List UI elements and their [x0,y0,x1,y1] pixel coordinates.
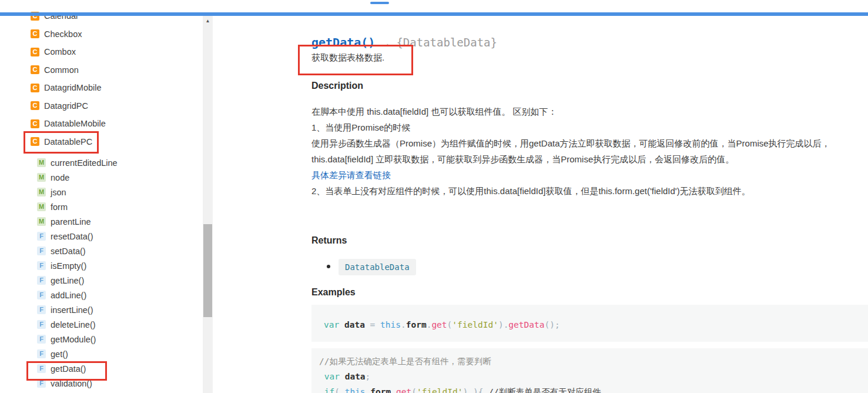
class-badge: C [31,101,39,110]
sidebar-item-datagridmobile[interactable]: CDatagridMobile [31,81,102,95]
class-badge: C [31,137,39,146]
sidebar-item-resetdata[interactable]: FresetData() [37,229,93,244]
sidebar-item-getdata[interactable]: FgetData() [37,361,86,376]
sidebar-item-validation[interactable]: Fvalidation() [37,376,92,391]
sidebar-item-datatablemobile[interactable]: CDatatableMobile [31,116,106,131]
scroll-up-icon[interactable]: ▲ [203,18,213,24]
sidebar-item-label: DatagridPC [44,101,88,111]
sidebar-item-checkbox[interactable]: CCheckbox [31,26,82,41]
sidebar-item-label: getLine() [51,276,84,285]
description-heading: Description [311,81,363,91]
description-line: 2、当表单上没有对应组件的时候，可以使用this.data[fieldId]获取… [311,183,868,199]
function-badge: F [37,247,46,255]
examples-heading: Examples [311,287,356,298]
sidebar-item-get[interactable]: Fget() [37,347,68,361]
class-badge: C [31,119,39,128]
function-badge: F [37,261,46,270]
code-line: //如果无法确定表单上是否有组件，需要判断 [319,354,868,369]
sidebar-item-datagridpc[interactable]: CDatagridPC [31,98,88,113]
description-link[interactable]: 具体差异请查看链接 [311,167,868,183]
sidebar-item-label: getModule() [51,335,96,344]
description-line: 1、当使用Promise的时候 [311,119,868,135]
function-badge: F [37,364,46,373]
code-line: if( this.form.get('fieldId') ){ //判断表单是否… [319,384,868,393]
description-line: 在脚本中使用 this.data[fieldId] 也可以获取组件值。 区别如下… [311,104,868,119]
sidebar-item-node[interactable]: Mnode [37,170,69,185]
return-type-chip: DatatableData [339,259,416,275]
sidebar-list: CCalendarCCheckboxCComboxCCommonCDatagri… [0,0,213,393]
bullet-dot [327,265,330,268]
sidebar-item-label: resetData() [51,232,93,241]
sidebar-item-label: Common [44,65,79,75]
description-lines: 在脚本中使用 this.data[fieldId] 也可以获取组件值。 区别如下… [311,104,868,199]
sidebar-item-label: getData() [51,364,86,374]
sidebar-item-getline[interactable]: FgetLine() [37,273,84,288]
sidebar-item-label: setData() [51,247,86,256]
sidebar-item-label: insertLine() [51,305,93,315]
code-line: var data; [319,369,868,384]
sidebar-item-label: parentLine [51,217,91,227]
sidebar-item-currenteditedline[interactable]: McurrentEditedLine [37,155,118,170]
sidebar-item-label: deleteLine() [51,320,96,329]
function-badge: F [37,305,46,314]
sidebar-item-calendar[interactable]: CCalendar [31,9,79,24]
sidebar-item-label: json [51,188,66,197]
sidebar-item-form[interactable]: Mform [37,199,68,214]
sidebar-item-label: node [51,173,69,182]
function-badge: F [37,335,46,344]
sidebar-item-combox[interactable]: CCombox [31,45,76,59]
example-code-block-1: var data = this.form.get('fieldId').getD… [311,305,868,342]
sidebar-item-parentline[interactable]: MparentLine [37,214,91,229]
returns-heading: Returns [311,235,347,246]
member-badge: M [37,158,46,167]
sidebar-item-label: currentEditedLine [51,158,118,168]
method-summary: 获取数据表格数据. [311,52,384,64]
sidebar-item-label: Checkbox [44,29,82,39]
scrollbar-thumb[interactable] [203,224,212,317]
description-line: this.data[fieldId] 立即获取数据，可能获取到异步函数生成器，当… [311,151,868,167]
sidebar-item-datatablepc[interactable]: CDatatablePC [31,134,92,149]
class-badge: C [31,29,39,38]
function-badge: F [37,320,46,329]
function-badge: F [37,379,46,388]
member-badge: M [37,217,46,226]
sidebar-scrollbar[interactable]: ▲ [203,16,213,393]
sidebar-item-common[interactable]: CCommon [31,62,79,77]
sidebar-item-label: DatatableMobile [44,119,106,128]
function-badge: F [37,291,46,299]
sidebar-item-label: validation() [51,379,92,388]
sidebar-item-json[interactable]: Mjson [37,185,66,199]
sidebar-nav: CCalendarCCheckboxCComboxCCommonCDatagri… [0,0,213,393]
sidebar-item-getmodule[interactable]: FgetModule() [37,332,96,347]
function-badge: F [37,276,46,285]
top-accent-bar [0,12,868,16]
function-badge: F [37,349,46,358]
sidebar-item-label: DatagridMobile [44,83,102,92]
description-line: 使用异步函数生成器（Promise）为组件赋值的时候，用getData方法立即获… [311,135,868,151]
code-line: var data = this.form.get('fieldId').getD… [324,317,868,332]
sidebar-item-label: Combox [44,47,76,56]
sidebar-item-addline[interactable]: FaddLine() [37,288,86,302]
sidebar-item-setdata[interactable]: FsetData() [37,244,86,258]
member-badge: M [37,173,46,182]
sidebar-item-label: DatatablePC [44,137,92,146]
sidebar-item-label: isEmpty() [51,261,86,271]
sidebar-item-isempty[interactable]: FisEmpty() [37,258,86,273]
class-badge: C [31,84,39,92]
sidebar-item-deleteline[interactable]: FdeleteLine() [37,317,96,332]
function-badge: F [37,232,46,241]
sidebar-item-label: addLine() [51,291,86,300]
member-badge: M [37,188,46,196]
example-code-block-2: //如果无法确定表单上是否有组件，需要判断 var data; if( this… [311,348,868,393]
class-badge: C [31,65,39,74]
sidebar-item-label: form [51,202,68,212]
browser-tab-indicator [370,2,389,4]
class-badge: C [31,48,39,56]
sidebar-item-insertline[interactable]: FinsertLine() [37,302,93,317]
member-badge: M [37,202,46,211]
sidebar-item-label: get() [51,349,68,359]
